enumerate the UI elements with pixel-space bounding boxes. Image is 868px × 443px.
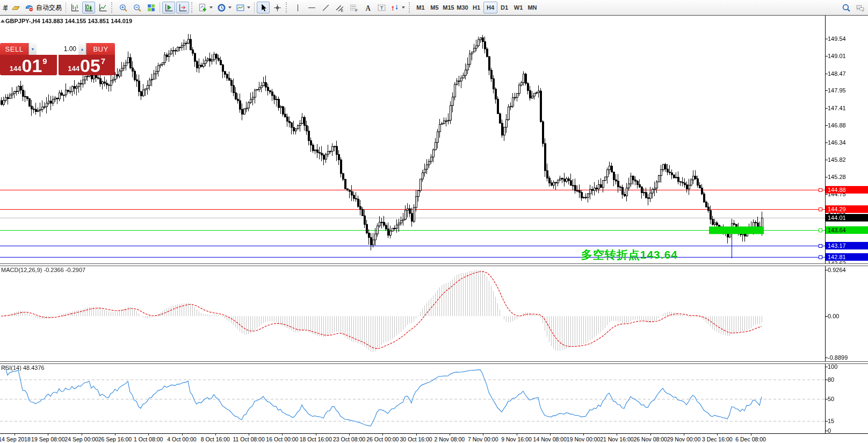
text-label-button[interactable]: T xyxy=(375,2,388,13)
ask-main: 05 xyxy=(80,56,100,75)
price-axis-label: 147.41 xyxy=(828,105,867,111)
bar-chart-button[interactable] xyxy=(68,2,81,13)
line-anchor-square[interactable] xyxy=(819,208,822,211)
timeframe-d1-button[interactable]: D1 xyxy=(497,2,511,13)
time-axis-label: 29 Nov 00:00 xyxy=(667,436,700,442)
line-chart-button[interactable] xyxy=(96,2,109,13)
time-axis-tick xyxy=(550,434,551,435)
zoom-in-button[interactable] xyxy=(117,2,129,13)
macd-axis-label: 0.00 xyxy=(828,313,867,319)
crosshair-icon xyxy=(273,3,282,12)
toolbar-separator xyxy=(160,2,160,13)
timeframe-h4-button[interactable]: H4 xyxy=(483,2,497,13)
search-button[interactable] xyxy=(840,2,852,13)
candlestick-chart[interactable] xyxy=(0,15,825,263)
time-axis-label: 9 Nov 16:00 xyxy=(501,436,532,442)
line-chart-icon xyxy=(98,3,107,12)
text-label-icon: T xyxy=(377,3,386,12)
price-axis-label: 147.95 xyxy=(828,87,867,94)
timeframe-m30-button[interactable]: M30 xyxy=(455,2,469,13)
panel-separator[interactable] xyxy=(0,263,868,266)
toolbar-separator xyxy=(254,2,255,13)
time-axis-label: 14 Nov 08:00 xyxy=(533,436,567,442)
macd-axis-label: 0.9264 xyxy=(828,267,867,273)
time-axis-label: 26 Nov 08:00 xyxy=(633,436,667,442)
vertical-line-button[interactable] xyxy=(291,2,304,13)
new-order-button[interactable]: 单 xyxy=(1,2,8,13)
text-button[interactable]: A xyxy=(361,2,374,13)
time-axis-label: 14 Sep 2018 xyxy=(0,436,31,442)
price-axis-label: 148.47 xyxy=(828,70,867,77)
tile-windows-button[interactable] xyxy=(144,2,157,13)
buy-button[interactable]: BUY xyxy=(86,43,115,55)
price-axis-label: 149.54 xyxy=(828,35,867,42)
timeframe-mn-button[interactable]: MN xyxy=(525,2,539,13)
fibonacci-button[interactable]: F xyxy=(347,2,360,13)
svg-text:单: 单 xyxy=(3,4,8,11)
volume-stepper: ▼ ▲ xyxy=(28,43,86,55)
line-anchor-square[interactable] xyxy=(819,255,822,259)
cursor-button[interactable] xyxy=(257,2,270,13)
periods-button[interactable] xyxy=(215,2,233,13)
volume-increase-button[interactable]: ▲ xyxy=(78,43,86,55)
macd-label: MACD(12,26,9) -0.2366 -0.2907 xyxy=(1,267,85,273)
indicators-button[interactable] xyxy=(197,2,214,13)
timeframe-w1-button[interactable]: W1 xyxy=(511,2,525,13)
chat-button[interactable] xyxy=(853,2,866,13)
ask-prefix: 144 xyxy=(68,65,79,73)
rsi-chart[interactable] xyxy=(0,363,825,433)
vertical-line-icon xyxy=(293,3,302,12)
ask-price[interactable]: 144 05 7 xyxy=(59,55,115,75)
autotrade-button[interactable]: 自动交易 xyxy=(23,2,63,13)
chevron-down-icon[interactable] xyxy=(402,6,405,9)
rsi-panel: RSI(14) 48.4376 xyxy=(0,363,868,433)
chevron-down-icon[interactable] xyxy=(247,6,250,9)
panel-separator[interactable] xyxy=(0,361,868,364)
chart-annotation-text: 多空转折点143.64 xyxy=(581,247,678,262)
timeframe-h1-button[interactable]: H1 xyxy=(469,2,483,13)
candlestick-chart-button[interactable] xyxy=(82,2,95,13)
svg-text:E: E xyxy=(341,8,343,12)
toolbar-separator xyxy=(286,2,289,13)
chevron-down-icon[interactable] xyxy=(228,6,232,9)
line-anchor-square[interactable] xyxy=(819,244,822,248)
time-axis-tick xyxy=(751,434,751,435)
candlestick-icon xyxy=(84,3,93,12)
templates-button[interactable] xyxy=(234,2,252,13)
horizontal-line-button[interactable] xyxy=(305,2,318,13)
price-badge: 143.17 xyxy=(826,242,868,249)
timeframe-m15-button[interactable]: M15 xyxy=(442,2,455,13)
zoom-out-button[interactable] xyxy=(131,2,143,13)
chart-shift-button[interactable] xyxy=(176,2,189,13)
chevron-down-icon[interactable] xyxy=(209,6,213,9)
zoom-out-icon xyxy=(133,3,142,12)
rsi-axis-label: 0 xyxy=(828,427,867,434)
rsi-axis-label: 50 xyxy=(828,396,867,402)
timeframe-m1-button[interactable]: M1 xyxy=(414,2,428,13)
time-axis-tick xyxy=(717,434,718,435)
time-axis-label: 1 Oct 08:00 xyxy=(134,436,163,442)
equidistant-channel-button[interactable]: E xyxy=(333,2,346,13)
time-axis-label: 3 Dec 16:00 xyxy=(702,436,733,442)
time-axis-label: 23 Oct 08:00 xyxy=(333,436,365,442)
chat-icon xyxy=(856,3,865,12)
auto-scroll-button[interactable] xyxy=(162,2,175,13)
time-axis-label: 11 Oct 08:00 xyxy=(233,436,264,442)
line-anchor-square[interactable] xyxy=(819,188,822,192)
bid-prefix: 144 xyxy=(10,65,21,73)
trendline-button[interactable] xyxy=(319,2,332,13)
timeframe-m5-button[interactable]: M5 xyxy=(428,2,442,13)
macd-chart[interactable] xyxy=(0,265,825,361)
volume-decrease-button[interactable]: ▼ xyxy=(29,43,37,55)
time-axis-label: 6 Dec 08:00 xyxy=(735,436,766,442)
sell-button[interactable]: SELL xyxy=(0,43,28,55)
toolbar-separator xyxy=(191,2,194,13)
time-axis-label: 19 Nov 00:00 xyxy=(567,436,600,442)
line-anchor-square[interactable] xyxy=(819,228,822,232)
gold-button[interactable] xyxy=(9,2,22,13)
volume-input[interactable] xyxy=(37,43,78,55)
bid-price[interactable]: 144 01 9 xyxy=(0,55,57,75)
arrows-button[interactable] xyxy=(389,2,407,13)
bid-pip: 9 xyxy=(42,56,47,66)
crosshair-button[interactable] xyxy=(271,2,284,13)
